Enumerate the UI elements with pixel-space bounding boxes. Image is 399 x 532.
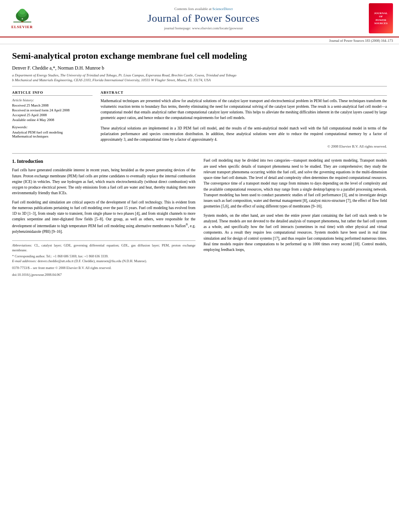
email-line: E-mail addresses: denver.cheddie@utt.edu… <box>12 259 195 264</box>
available-date: Available online 4 May 2008 <box>12 118 93 122</box>
journal-header: ELSEVIER Contents lists available at Sci… <box>0 0 399 37</box>
affiliation-b: b Mechanical and Materials Engineering, … <box>12 78 387 82</box>
issn-line: 0378-7753/$ – see front matter © 2008 El… <box>12 266 195 271</box>
svg-point-5 <box>19 8 25 14</box>
elsevier-label: ELSEVIER <box>11 25 33 29</box>
journal-homepage: journal homepage: www.elsevier.com/locat… <box>164 26 243 30</box>
body-para-2: Fuel cell modeling and simulation are cr… <box>12 199 195 235</box>
article-history-label: Article history: <box>12 98 93 102</box>
abstract-text-1: Mathematical techniques are presented wh… <box>101 98 387 121</box>
article-info-heading: ARTICLE INFO <box>12 90 93 96</box>
affiliation-a: a Department of Energy Studies, The Univ… <box>12 73 387 77</box>
body-para-1: Fuel cells have generated considerable i… <box>12 167 195 196</box>
top-reference: Journal of Power Sources 183 (2008) 164–… <box>0 37 399 44</box>
svg-point-6 <box>21 18 23 19</box>
journal-title-main: Journal of Power Sources <box>148 12 259 25</box>
authors-line: Denver F. Cheddie a,*, Norman D.H. Munro… <box>12 65 387 71</box>
abbreviations-line: Abbreviations: CL, catalyst layer; GDE, … <box>12 243 195 253</box>
body-right-column: Fuel cell modeling may be divided into t… <box>204 158 387 277</box>
abbrev-label: Abbreviations: <box>12 243 32 247</box>
footer-notes: Abbreviations: CL, catalyst layer; GDE, … <box>12 240 195 277</box>
received-date: Received 25 March 2008 <box>12 103 93 107</box>
keyword-1: Analytical PEM fuel cell modeling <box>12 130 93 134</box>
elsevier-tree-icon <box>11 8 33 24</box>
keyword-2: Mathematical techniques <box>12 134 93 138</box>
article-info-column: ARTICLE INFO Article history: Received 2… <box>12 90 93 149</box>
journal-logo-right: JOURNALOFPOWERSOURCES <box>367 3 395 33</box>
abstract-heading: ABSTRACT <box>101 90 387 96</box>
divider-1 <box>12 86 387 86</box>
copyright-line: © 2008 Elsevier B.V. All rights reserved… <box>101 144 387 148</box>
accepted-date: Accepted 25 April 2008 <box>12 113 93 117</box>
section1-heading: 1. Introduction <box>12 158 195 165</box>
abstract-column: ABSTRACT Mathematical techniques are pre… <box>101 90 387 149</box>
abstract-text-2: These analytical solutions are implement… <box>101 125 387 143</box>
sciencedirect-line: Contents lists available at ScienceDirec… <box>175 7 233 11</box>
corresponding-author: * Corresponding author. Tel.: +1 868 686… <box>12 254 195 259</box>
keywords-label: Keywords: <box>12 125 93 129</box>
journal-logo-box: JOURNALOFPOWERSOURCES <box>369 3 393 33</box>
article-title: Semi-analytical proton exchange membrane… <box>12 50 387 62</box>
body-para-4: System models, on the other hand, are us… <box>204 213 387 253</box>
journal-logo-text: JOURNALOFPOWERSOURCES <box>374 12 388 25</box>
elsevier-logo: ELSEVIER <box>4 3 40 33</box>
divider-2 <box>12 153 387 154</box>
received-revised-date: Received in revised form 24 April 2008 <box>12 108 93 112</box>
abbrev-text: CL, catalyst layer; GDE, governing diffe… <box>12 243 195 252</box>
journal-center-header: Contents lists available at ScienceDirec… <box>44 3 363 33</box>
doi-line: doi:10.1016/j.jpowsour.2008.04.067 <box>12 273 195 277</box>
sciencedirect-link[interactable]: ScienceDirect <box>212 7 232 11</box>
body-para-3: Fuel cell modeling may be divided into t… <box>204 158 387 209</box>
body-left-column: 1. Introduction Fuel cells have generate… <box>12 158 195 277</box>
